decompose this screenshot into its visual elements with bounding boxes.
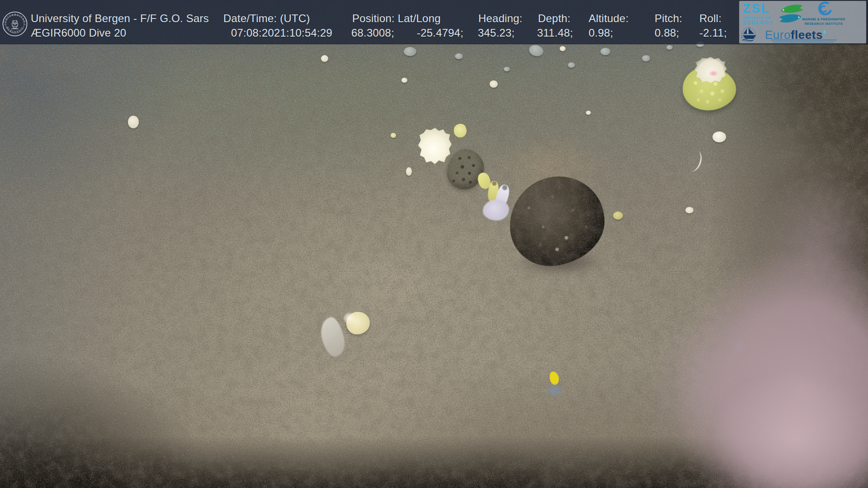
mfri-line2: RESEARCH INSTITUTE [801,22,847,25]
longitude-value: -25.4794; [417,28,463,38]
shell-fragment [586,111,591,115]
mfri-line1: MARINE & FRESHWATER [801,17,847,21]
eurofleets-plus: + [823,28,827,36]
eurofleets-tagline-line [773,42,834,43]
depth-value: 311.48; [537,28,573,38]
pebble [404,47,416,56]
zsl-acronym: ZSL [743,3,774,15]
pebble [642,55,650,61]
eurofleets-ship-icon [740,27,764,43]
zsl-institute-of: INSTITUTE OF [743,16,774,20]
datetime-value: 07:08:2021:10:54:29 [231,28,332,38]
pitch-value: 0.88; [655,28,679,38]
datetime-label: Date/Time: (UTC) [223,13,310,24]
rov-video-frame: UNIVERSITAS BERGENSIS University of Berg… [0,0,868,488]
heading-value: 345.23; [478,28,514,38]
seal-bottom-text: BERGENSIS [6,26,24,33]
roll-label: Roll: [699,13,722,24]
latitude-value: 68.3008; [351,28,394,38]
laser-dot [709,70,718,76]
organization-line1: University of Bergen - F/F G.O. Sars [31,13,209,24]
eurofleets-tagline-line [771,39,837,41]
shell-fragment [401,78,407,83]
position-label: Position: Lat/Long [352,13,441,24]
mfri-swirl-icon [812,1,832,18]
shell-fragment [391,133,396,138]
owl-icon [11,20,18,28]
yellow-pebble [613,211,623,220]
shell-fragment [685,207,693,213]
pebble [455,53,463,59]
pebble [666,45,673,50]
shell-fragment [490,80,498,88]
zsl-logo: ZSL INSTITUTE OF ZOOLOGY [743,3,774,25]
shell-fragment [128,116,139,128]
blue-gray-object [546,383,563,397]
university-of-bergen-seal-icon: UNIVERSITAS BERGENSIS [2,11,28,37]
pitch-label: Pitch: [655,13,682,24]
pebble [600,48,610,55]
svg-text:BERGENSIS: BERGENSIS [6,26,24,33]
pebble [504,67,510,71]
heading-label: Heading: [478,13,523,24]
depth-label: Depth: [538,13,571,24]
pebble [568,62,575,68]
partner-logos-panel: ZSL INSTITUTE OF ZOOLOGY MARINE & FRESHW… [739,1,866,43]
altitude-value: 0.98; [589,28,613,38]
roll-value: -2.11; [699,28,727,38]
pale-sponge [483,200,509,221]
organization-line2: ÆGIR6000 Dive 20 [31,28,126,38]
altitude-label: Altitude: [589,13,629,24]
small-yellow-sponge [454,124,467,137]
sediment-plume [714,375,868,488]
shell-fragment [712,131,726,142]
zsl-zoology: ZOOLOGY [743,20,774,25]
shell-fragment [321,55,328,62]
telemetry-overlay-bar: UNIVERSITAS BERGENSIS University of Berg… [0,0,868,44]
shell-fragment [560,46,566,51]
shell-fragment [406,167,412,176]
